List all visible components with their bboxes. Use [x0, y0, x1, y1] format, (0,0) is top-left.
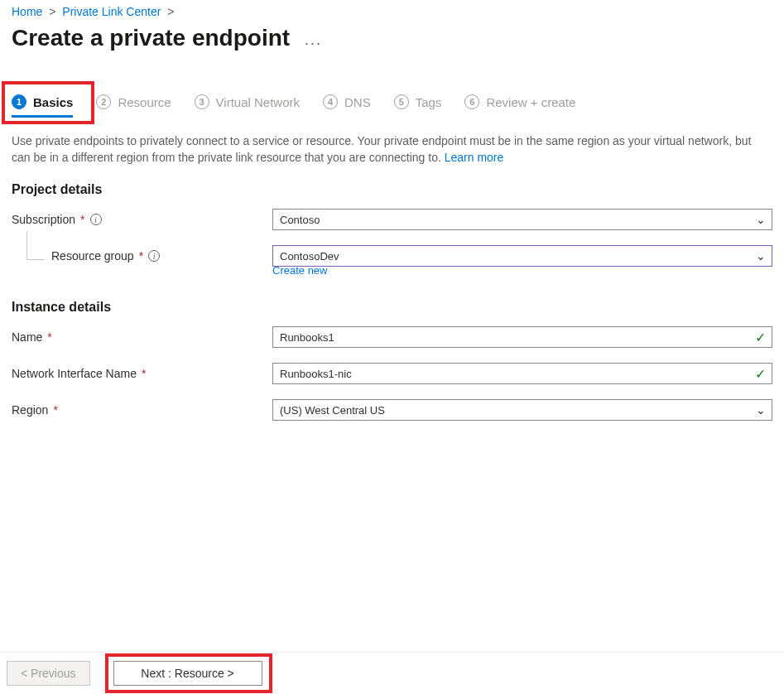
nic-name-input[interactable]: [272, 363, 772, 384]
tab-label: Review + create: [486, 95, 575, 109]
step-number-icon: 3: [195, 94, 209, 109]
tab-resource[interactable]: 2 Resource: [96, 94, 171, 116]
name-input[interactable]: [272, 326, 772, 348]
learn-more-link[interactable]: Learn more: [445, 151, 504, 164]
step-number-icon: 6: [464, 94, 479, 109]
wizard-footer: < Previous Next : Resource >: [0, 652, 784, 694]
wizard-tabs: 1 Basics 2 Resource 3 Virtual Network 4 …: [12, 94, 772, 116]
tab-virtual-network[interactable]: 3 Virtual Network: [195, 94, 300, 116]
tab-dns[interactable]: 4 DNS: [323, 94, 371, 116]
page-title: Create a private endpoint: [12, 25, 290, 51]
step-number-icon: 4: [323, 94, 338, 109]
tab-label: DNS: [344, 95, 371, 109]
previous-button: < Previous: [7, 661, 90, 686]
next-button[interactable]: Next : Resource >: [113, 661, 262, 686]
tab-basics[interactable]: 1 Basics: [12, 94, 73, 116]
breadcrumb-private-link-center[interactable]: Private Link Center: [62, 5, 161, 18]
info-icon[interactable]: i: [148, 250, 160, 262]
tab-review-create[interactable]: 6 Review + create: [464, 94, 575, 116]
step-number-icon: 2: [96, 94, 111, 109]
chevron-right-icon: >: [49, 5, 55, 18]
breadcrumb-home[interactable]: Home: [12, 5, 42, 18]
info-icon[interactable]: i: [90, 214, 102, 225]
tab-tags[interactable]: 5 Tags: [394, 94, 442, 116]
step-number-icon: 5: [394, 94, 409, 109]
tab-label: Virtual Network: [216, 95, 300, 109]
label-subscription: Subscription* i: [12, 213, 272, 226]
label-region: Region*: [12, 403, 272, 417]
more-icon[interactable]: ···: [305, 33, 322, 52]
tab-label: Basics: [33, 95, 73, 109]
tab-label: Resource: [118, 95, 171, 109]
step-number-icon: 1: [12, 94, 26, 109]
region-select[interactable]: [272, 399, 772, 421]
section-instance-details: Instance details: [12, 300, 772, 315]
resource-group-select[interactable]: [272, 245, 772, 267]
subscription-select[interactable]: [272, 209, 772, 230]
description-text: Use private endpoints to privately conne…: [12, 133, 772, 166]
chevron-right-icon: >: [167, 5, 174, 18]
breadcrumb: Home > Private Link Center >: [12, 5, 772, 18]
label-nic-name: Network Interface Name*: [12, 367, 272, 380]
label-name: Name*: [12, 330, 272, 344]
section-project-details: Project details: [12, 182, 772, 197]
tab-label: Tags: [416, 95, 442, 109]
label-resource-group: Resource group* i: [12, 249, 272, 263]
